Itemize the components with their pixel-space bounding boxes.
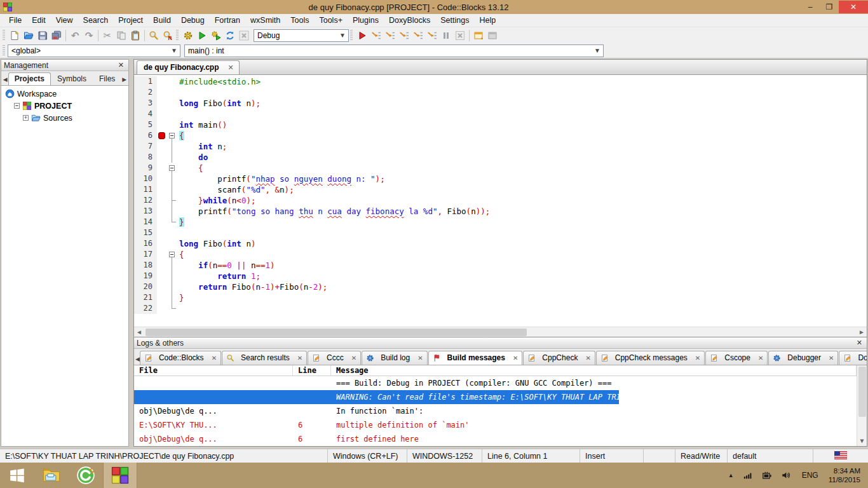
fold-margin[interactable] [167,292,177,303]
fold-margin[interactable] [167,260,177,271]
fold-margin[interactable] [167,303,177,314]
editor-hscrollbar[interactable]: ◄ ► [134,327,867,337]
breakpoint-margin[interactable] [157,260,167,271]
breakpoint-margin[interactable] [157,109,167,119]
log-tab-cppcheck-messages[interactable]: CppCheck messages✕ [596,351,705,365]
vscroll-thumb[interactable] [858,367,866,417]
breakpoint-margin[interactable] [157,141,167,152]
column-header-file[interactable]: File [134,365,293,376]
menu-tools-plus[interactable]: Tools+ [314,15,347,26]
line-number[interactable]: 8 [134,152,157,163]
fold-margin[interactable] [167,173,177,184]
breakpoint-margin[interactable] [157,195,167,206]
rebuild-button[interactable] [223,29,237,43]
tree-item-sources[interactable]: +Sources [3,112,127,124]
line-number[interactable]: 10 [134,173,157,184]
menu-file[interactable]: File [4,15,27,26]
breakpoint-margin[interactable] [157,76,167,87]
log-tab-close-icon[interactable]: ✕ [585,355,590,362]
fold-margin[interactable] [167,141,177,152]
redo-button[interactable]: ↷ [82,29,96,43]
log-tab-close-icon[interactable]: ✕ [829,355,834,362]
fold-margin[interactable] [167,249,177,260]
code-line[interactable]: 8 do [134,152,867,163]
breakpoint-margin[interactable] [157,217,167,227]
fold-margin[interactable] [167,119,177,130]
logs-tab-scroll-left-icon[interactable]: ◀ [135,353,140,365]
copy-button[interactable] [114,29,128,43]
breakpoint-margin[interactable] [157,292,167,303]
menu-tools[interactable]: Tools [285,15,314,26]
stop-debugger-button[interactable] [453,29,467,43]
taskbar-clock[interactable]: 8:34 AM11/8/2015 [829,466,860,484]
breakpoint-margin[interactable] [157,173,167,184]
build-and-run-button[interactable] [209,29,223,43]
menu-search[interactable]: Search [78,15,114,26]
run-button[interactable] [195,29,209,43]
log-tab-cccc[interactable]: Cccc✕ [308,351,361,365]
log-tab-search-results[interactable]: Search results✕ [222,351,307,365]
breakpoint-margin[interactable] [157,98,167,109]
log-tab-debugger[interactable]: Debugger✕ [768,351,838,365]
step-into-button[interactable] [397,29,411,43]
toolbar-grip[interactable] [3,45,5,56]
line-number[interactable]: 22 [134,303,157,314]
logs-close-icon[interactable]: ✕ [855,339,864,347]
code-line[interactable]: 16long Fibo(int n) [134,238,867,249]
code-line[interactable]: 9 { [134,163,867,173]
line-number[interactable]: 15 [134,227,157,238]
volume-icon[interactable] [781,471,791,480]
open-file-button[interactable] [22,29,36,43]
taskbar-codeblocks-button[interactable] [103,463,137,488]
debugging-windows-button[interactable] [471,29,485,43]
toolbar-grip[interactable] [176,30,179,41]
scroll-down-icon[interactable]: ▼ [860,437,864,446]
close-button[interactable]: ✕ [839,1,868,13]
tree-item-workspace[interactable]: Workspace [3,88,127,100]
log-tab-doxyb[interactable]: DoxyB [839,351,867,365]
fold-margin[interactable] [167,195,177,206]
code-line[interactable]: 22 [134,303,867,314]
editor-tab[interactable]: de quy Fibonacy.cpp ✕ [137,60,240,74]
menu-plugins[interactable]: Plugins [348,15,384,26]
line-number[interactable]: 14 [134,217,157,227]
fold-margin[interactable] [167,281,177,292]
fold-margin[interactable] [167,206,177,217]
code-line[interactable]: 3long Fibo(int n); [134,98,867,109]
breakpoint-margin[interactable] [157,152,167,163]
new-file-button[interactable] [8,29,22,43]
code-line[interactable]: 11 scanf("%d", &n); [134,184,867,195]
code-line[interactable]: 20 return Fibo(n-1)+Fibo(n-2); [134,281,867,292]
break-debugger-button[interactable] [439,29,453,43]
editor-tab-close-icon[interactable]: ✕ [227,64,233,72]
fold-collapse-icon[interactable] [169,252,175,257]
menu-build[interactable]: Build [148,15,176,26]
toolbar-grip[interactable] [350,30,353,41]
hscroll-thumb[interactable] [146,329,527,336]
line-number[interactable]: 20 [134,281,157,292]
build-message-row[interactable]: WARNING: Can't read file's timestamp: E:… [134,390,857,404]
code-line[interactable]: 7 int n; [134,141,867,152]
line-number[interactable]: 11 [134,184,157,195]
scroll-left-icon[interactable]: ◄ [134,329,144,336]
line-number[interactable]: 19 [134,271,157,281]
fold-margin[interactable] [167,227,177,238]
breakpoint-margin[interactable] [157,249,167,260]
line-number[interactable]: 2 [134,87,157,98]
code-line[interactable]: 17{ [134,249,867,260]
breakpoint-margin[interactable] [157,271,167,281]
code-line[interactable]: 21} [134,292,867,303]
fold-margin[interactable] [167,238,177,249]
code-line[interactable]: 4 [134,109,867,119]
next-instruction-button[interactable] [425,29,439,43]
find-button[interactable] [147,29,161,43]
log-tab-code-blocks[interactable]: Code::Blocks✕ [140,351,221,365]
tree-expander-icon[interactable]: − [14,103,20,109]
breakpoint-margin[interactable] [157,130,167,141]
tab-projects[interactable]: Projects [8,72,51,85]
tab-scroll-left-icon[interactable]: ◀ [3,74,8,85]
abort-button[interactable] [237,29,251,43]
menu-fortran[interactable]: Fortran [210,15,245,26]
replace-button[interactable]: R [161,29,175,43]
code-line[interactable]: 6{ [134,130,867,141]
